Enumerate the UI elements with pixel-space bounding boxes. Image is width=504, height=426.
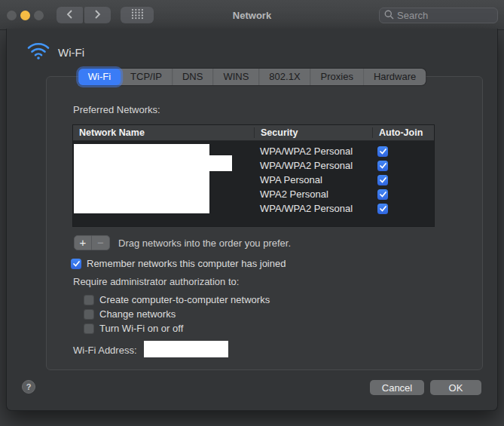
chevron-left-icon — [66, 10, 73, 21]
require-admin-label: Require administrator authorization to: — [73, 276, 239, 287]
turn-wifi-label: Turn Wi-Fi on or off — [99, 323, 183, 334]
column-header-network-name[interactable]: Network Name — [73, 127, 254, 138]
security-cell: WPA/WPA2 Personal — [254, 160, 372, 171]
security-cell: WPA/WPA2 Personal — [254, 146, 372, 157]
security-cell: WPA Personal — [254, 174, 372, 185]
redacted-network-name-extension — [209, 155, 232, 171]
search-field[interactable] — [379, 8, 498, 23]
admin-option-change: Change networks — [84, 308, 176, 320]
nav-buttons — [57, 7, 111, 23]
search-input[interactable] — [397, 10, 493, 21]
column-header-auto-join[interactable]: Auto-Join — [372, 127, 434, 138]
column-header-security[interactable]: Security — [254, 127, 372, 138]
back-button[interactable] — [57, 7, 83, 23]
grid-icon — [131, 8, 144, 22]
toolbar: Network — [0, 0, 504, 30]
turn-wifi-checkbox[interactable] — [84, 323, 94, 334]
security-cell: WPA2 Personal — [254, 188, 372, 200]
redacted-wifi-address — [144, 341, 228, 357]
forward-button[interactable] — [84, 7, 111, 23]
auto-join-checkbox[interactable] — [377, 204, 388, 214]
add-network-button[interactable]: + — [74, 235, 92, 250]
tab-bar: Wi-Fi TCP/IP DNS WINS 802.1X Proxies Har… — [78, 69, 426, 85]
tab-proxies[interactable]: Proxies — [310, 69, 363, 85]
preferred-networks-label: Preferred Networks: — [73, 104, 160, 115]
remove-network-button[interactable]: − — [92, 235, 110, 250]
search-icon — [384, 9, 394, 23]
cancel-button[interactable]: Cancel — [370, 380, 424, 395]
auto-join-checkbox[interactable] — [377, 175, 388, 185]
wifi-icon — [26, 41, 50, 63]
admin-option-turn-wifi: Turn Wi-Fi on or off — [84, 323, 183, 334]
tab-dns[interactable]: DNS — [172, 69, 212, 85]
help-button[interactable]: ? — [22, 380, 35, 394]
wifi-pane-title: Wi-Fi — [58, 46, 84, 59]
close-window-button[interactable] — [7, 11, 17, 20]
change-networks-checkbox[interactable] — [84, 309, 94, 320]
show-all-button[interactable] — [121, 7, 154, 23]
redacted-network-names — [74, 144, 209, 213]
zoom-window-button[interactable] — [34, 11, 44, 20]
drag-hint-text: Drag networks into the order you prefer. — [118, 238, 291, 249]
wifi-address-label: Wi-Fi Address: — [73, 345, 137, 356]
admin-option-create: Create computer-to-computer networks — [84, 294, 270, 305]
security-cell: WPA/WPA2 Personal — [254, 203, 372, 214]
change-networks-label: Change networks — [99, 308, 176, 320]
table-header: Network Name Security Auto-Join — [73, 125, 434, 141]
add-remove-controls: + − — [74, 235, 110, 250]
network-preferences-window: Network Wi-Fi — [0, 0, 504, 426]
remember-networks-label: Remember networks this computer has join… — [87, 258, 286, 269]
minimize-window-button[interactable] — [20, 11, 30, 20]
auto-join-checkbox[interactable] — [377, 161, 388, 171]
wifi-header: Wi-Fi — [26, 41, 84, 63]
tab-tcpip[interactable]: TCP/IP — [121, 69, 172, 85]
tab-wins[interactable]: WINS — [212, 69, 258, 85]
tab-wifi[interactable]: Wi-Fi — [78, 69, 121, 85]
remember-networks-option: Remember networks this computer has join… — [71, 258, 286, 269]
tab-8021x[interactable]: 802.1X — [258, 69, 310, 85]
tab-hardware[interactable]: Hardware — [363, 69, 426, 85]
auto-join-checkbox[interactable] — [377, 189, 388, 200]
remember-networks-checkbox[interactable] — [71, 259, 81, 269]
create-networks-label: Create computer-to-computer networks — [99, 294, 270, 305]
ok-button[interactable]: OK — [430, 380, 481, 395]
create-networks-checkbox[interactable] — [84, 295, 94, 305]
auto-join-checkbox[interactable] — [377, 146, 388, 157]
chevron-right-icon — [94, 10, 101, 21]
wifi-advanced-sheet: Wi-Fi Wi-Fi TCP/IP DNS WINS 802.1X Proxi… — [6, 29, 498, 411]
